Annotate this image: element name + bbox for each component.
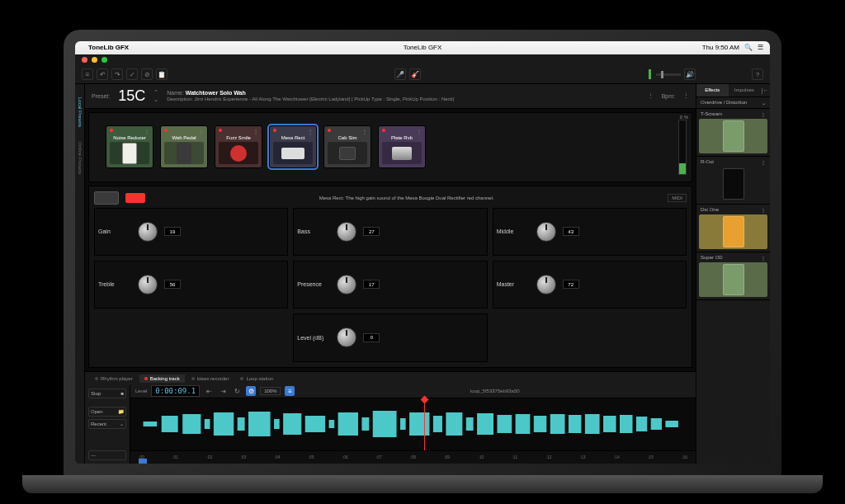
pedal-menu-icon[interactable]: ⋮	[253, 128, 259, 135]
master-knob[interactable]	[536, 275, 556, 294]
save-button[interactable]: ✓	[126, 68, 138, 80]
master-value[interactable]: 72	[563, 280, 579, 289]
svg-rect-6	[248, 412, 271, 436]
input-level-indicator	[649, 69, 651, 79]
preset-description[interactable]: Jimi Hendrix Experience - All Along The …	[195, 97, 455, 101]
playhead[interactable]	[424, 398, 425, 450]
skip-start-icon[interactable]: ⇤	[204, 386, 214, 396]
speaker-icon[interactable]: 🔊	[684, 68, 696, 80]
pedal-fuzz-smile[interactable]: ⋮Fuzz Smile	[215, 125, 262, 168]
fx-list: T-Scream⋮ R-Oot⋮ Dst One⋮ Super OD⋮	[696, 109, 770, 464]
settings-gear-icon[interactable]: ⚙	[246, 386, 256, 396]
treble-knob[interactable]	[138, 275, 158, 294]
tab-impulses[interactable]: Impulses	[729, 84, 761, 97]
menubar-clock[interactable]: Thu 9:50 AM	[702, 44, 739, 51]
stop-button[interactable]: Stop■	[88, 389, 126, 398]
bass-knob[interactable]	[337, 222, 356, 242]
revert-button[interactable]: ⊘	[141, 68, 153, 80]
player-controls: Stop■ Open📁 Recent⌄ ⋯	[85, 385, 130, 464]
middle-value[interactable]: 43	[563, 227, 579, 236]
fx-item-super-od[interactable]: Super OD⋮	[696, 252, 770, 300]
fx-more-icon[interactable]: ⋮	[761, 159, 766, 165]
recent-button[interactable]: Recent⌄	[88, 419, 126, 429]
svg-rect-11	[338, 412, 358, 436]
close-window-button[interactable]	[82, 57, 87, 63]
maximize-window-button[interactable]	[101, 57, 107, 63]
fx-more-icon[interactable]: ⋮	[761, 255, 766, 261]
pedal-menu-icon[interactable]: ⋮	[198, 128, 205, 135]
fx-more-icon[interactable]: ⋮	[761, 207, 766, 213]
loop-icon[interactable]: ↻	[232, 386, 242, 396]
tab-backing-track[interactable]: Backing track	[139, 374, 185, 383]
menu-icon[interactable]: ☰	[758, 44, 763, 51]
midi-button[interactable]: MIDI	[668, 194, 687, 202]
svg-rect-26	[603, 416, 616, 432]
fx-category-selector[interactable]: Overdrive / Distortion⌄	[696, 97, 770, 109]
preset-more-icon[interactable]: ⋮	[648, 92, 654, 99]
fx-add-icon[interactable]: |←	[760, 84, 770, 97]
input-volume-slider[interactable]	[656, 73, 681, 76]
tab-effects[interactable]: Effects	[696, 84, 729, 97]
svg-rect-12	[361, 417, 369, 431]
presence-value[interactable]: 17	[363, 280, 380, 289]
signal-chain: 0 % ⋮Noise Reducer ⋮Wah Pedal ⋮Fuzz Smil…	[88, 112, 692, 182]
player-options-button[interactable]: ⋯	[88, 450, 126, 460]
redo-button[interactable]: ↷	[111, 68, 123, 80]
waveform-area[interactable]: :00:01:02:03:04:05:06:07:08:09:10:11:12:…	[130, 398, 696, 464]
pedal-plate-rvb[interactable]: ⋮Plate Rvb	[378, 125, 426, 168]
open-button[interactable]: Open📁	[88, 407, 126, 417]
pedal-menu-icon[interactable]: ⋮	[416, 128, 422, 135]
presence-knob[interactable]	[337, 275, 356, 294]
pedal-wah[interactable]: ⋮Wah Pedal	[160, 125, 208, 168]
fx-item-t-scream[interactable]: T-Scream⋮	[696, 109, 770, 157]
pedal-cab-sim[interactable]: ⋮Cab Sim	[323, 125, 371, 168]
tab-ideas-recorder[interactable]: Ideas recorder	[186, 374, 234, 383]
treble-value[interactable]: 56	[164, 280, 181, 289]
skip-end-icon[interactable]: ⇥	[218, 386, 228, 396]
eq-icon[interactable]: ≡	[285, 386, 295, 396]
bass-value[interactable]: 27	[363, 227, 380, 236]
pedal-mesa-rect[interactable]: ⋮Mesa Rect	[269, 125, 317, 168]
loop-start-marker[interactable]	[139, 459, 147, 464]
amp-power-switch[interactable]	[125, 193, 145, 203]
svg-rect-15	[409, 412, 429, 436]
bpm-label: Bpm:	[662, 93, 675, 99]
local-presets-tab[interactable]: Local Presets	[78, 91, 83, 134]
fx-item-r-oot[interactable]: R-Oot⋮	[696, 157, 770, 205]
gain-knob[interactable]	[138, 222, 158, 242]
guitar-input-button[interactable]: 🎸	[409, 68, 421, 80]
preset-down-button[interactable]: ⌄	[153, 97, 158, 103]
output-meter	[678, 120, 687, 175]
level-knob[interactable]	[337, 327, 356, 347]
mic-input-button[interactable]: 🎤	[394, 68, 406, 80]
gain-value[interactable]: 19	[164, 227, 181, 236]
pedal-noise-reducer[interactable]: ⋮Noise Reducer	[106, 125, 153, 168]
middle-knob[interactable]	[536, 222, 556, 242]
bpm-more-icon[interactable]: ⋮	[683, 92, 689, 99]
clipboard-button[interactable]: 📋	[156, 68, 168, 80]
fx-more-icon[interactable]: ⋮	[761, 111, 766, 117]
spotlight-icon[interactable]: 🔍	[744, 44, 753, 51]
speed-selector[interactable]: 100%	[260, 387, 281, 395]
preset-up-button[interactable]: ⌃	[153, 89, 158, 96]
fx-item-dst-one[interactable]: Dst One⋮	[696, 205, 770, 252]
help-button[interactable]: ?	[752, 68, 763, 80]
preset-name[interactable]: Watchtower Solo Wah	[186, 90, 246, 96]
pedal-menu-icon[interactable]: ⋮	[144, 128, 150, 135]
level-value[interactable]: 0	[363, 333, 380, 342]
menu-button[interactable]: ≡	[82, 68, 93, 80]
svg-rect-1	[162, 416, 178, 432]
menubar-app-name[interactable]: ToneLib GFX	[88, 44, 129, 51]
svg-rect-8	[283, 413, 301, 435]
track-name: loop_5f53375eb93a50	[470, 389, 520, 393]
pedal-menu-icon[interactable]: ⋮	[307, 128, 314, 135]
online-presets-tab[interactable]: Online Presets	[78, 135, 83, 181]
time-ruler[interactable]: :00:01:02:03:04:05:06:07:08:09:10:11:12:…	[130, 450, 696, 464]
svg-rect-3	[205, 419, 210, 429]
undo-button[interactable]: ↶	[97, 68, 108, 80]
minimize-window-button[interactable]	[92, 57, 97, 63]
pedal-menu-icon[interactable]: ⋮	[361, 128, 368, 135]
tab-loop-station[interactable]: Loop station	[235, 374, 278, 383]
folder-icon: 📁	[118, 408, 124, 414]
tab-rhythm-player[interactable]: Rhythm player	[90, 374, 138, 383]
